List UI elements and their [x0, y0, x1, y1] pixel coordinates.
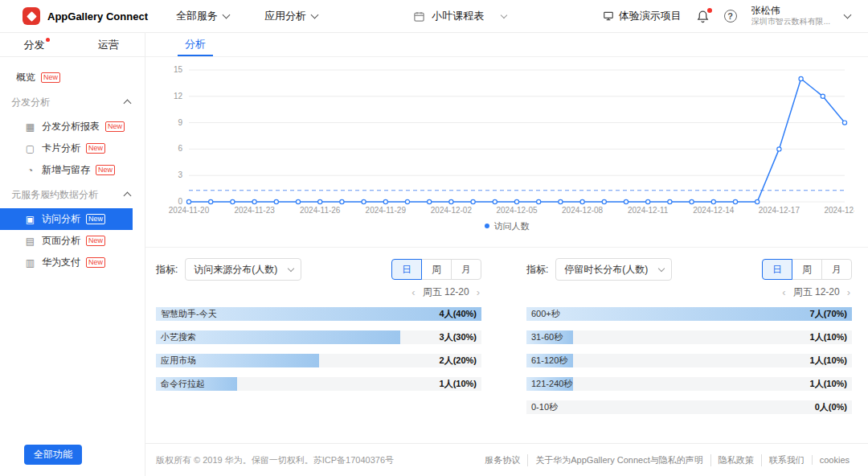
copyright-text: 版权所有 © 2019 华为。保留一切权利。苏ICP备17040376号 [156, 454, 394, 466]
bar-list: 智慧助手-今天4人(40%)小艺搜索3人(30%)应用市场2人(20%)命令行拉… [156, 307, 481, 391]
nav-app-analytics[interactable]: 应用分析 [264, 9, 317, 23]
period-month-button[interactable]: 月 [451, 259, 481, 280]
sidebar-item-label: 卡片分析 [42, 142, 80, 155]
legend-dot-icon [485, 224, 489, 228]
app-selector-value: 小叶课程表 [432, 9, 484, 23]
distribution-bar-row: 命令行拉起1人(10%) [156, 377, 481, 391]
bar-value: 1人(10%) [810, 377, 847, 391]
appgallery-logo[interactable]: AppGallery Connect [23, 7, 171, 25]
metric-select[interactable]: 访问来源分布(人数) [185, 258, 301, 281]
period-month-button[interactable]: 月 [821, 259, 852, 280]
app-selector[interactable]: 小叶课程表 [413, 9, 506, 23]
bar-label: 小艺搜索 [161, 330, 196, 344]
header-actions: 体验演示项目 ? 张松伟 深圳市智云数科有限... [603, 5, 850, 27]
footer-link[interactable]: 联系我们 [761, 454, 812, 466]
sidebar-item-new-and-retention[interactable]: ◔ 新增与留存 New [0, 159, 133, 181]
svg-text:2024-12-17: 2024-12-17 [759, 206, 800, 215]
distribution-bar-row: 31-60秒1人(10%) [526, 330, 852, 344]
svg-text:6: 6 [178, 144, 182, 153]
sidebar-item-card-analysis[interactable]: ▢ 卡片分析 New [0, 137, 133, 159]
sidebar-nav: 概览 New 分发分析 ▦ 分发分析报表 New ▢ 卡片分析 New ◔ 新增… [0, 57, 145, 445]
period-week-button[interactable]: 周 [421, 259, 452, 280]
distribution-bar-row: 小艺搜索3人(30%) [156, 330, 481, 344]
date-nav-label: 周五 12-20 [423, 285, 469, 299]
chart-legend[interactable]: 访问人数 [160, 218, 854, 234]
bar-label: 61-120秒 [531, 354, 567, 367]
monitor-icon: ▣ [24, 214, 36, 225]
footer: 版权所有 © 2019 华为。保留一切权利。苏ICP备17040376号 服务协… [145, 443, 868, 476]
sidebar-item-overview[interactable]: 概览 New [0, 67, 133, 88]
sidebar-item-label: 华为支付 [42, 256, 80, 269]
period-day-button[interactable]: 日 [391, 259, 422, 280]
distribution-bar-row: 61-120秒1人(10%) [526, 354, 852, 367]
all-features-button[interactable]: 全部功能 [24, 445, 82, 465]
card-icon: ▢ [24, 143, 36, 154]
period-week-button[interactable]: 周 [792, 259, 822, 280]
chevron-down-icon [288, 265, 294, 271]
nav-all-services[interactable]: 全部服务 [176, 9, 229, 23]
chevron-down-icon[interactable] [844, 10, 852, 18]
bar-list: 600+秒7人(70%)31-60秒1人(10%)61-120秒1人(10%)1… [526, 307, 852, 414]
footer-link[interactable]: 隐私政策 [710, 454, 761, 466]
metric-select-value: 访问来源分布(人数) [194, 263, 277, 277]
new-badge: New [86, 214, 105, 224]
user-organization: 深圳市智云数科有限... [751, 17, 830, 27]
footer-link[interactable]: 关于华为AppGallery Connect与隐私的声明 [527, 454, 710, 466]
svg-text:2024-12-02: 2024-12-02 [431, 206, 473, 215]
tab-distribution[interactable]: 分发 [0, 33, 72, 56]
next-date-arrow[interactable]: › [477, 287, 480, 298]
prev-date-arrow[interactable]: ‹ [411, 287, 415, 298]
visit-trend-section: 036912152024-11-202024-11-232024-11-2620… [145, 57, 868, 234]
demo-project-icon [603, 10, 614, 22]
user-menu[interactable]: 张松伟 深圳市智云数科有限... [751, 5, 830, 27]
distribution-bar-row: 0-10秒0人(0%) [526, 400, 852, 414]
metric-select[interactable]: 停留时长分布(人数) [555, 258, 672, 281]
new-badge: New [86, 236, 105, 246]
next-date-arrow[interactable]: › [847, 287, 850, 298]
brand-name: AppGallery Connect [47, 10, 148, 23]
svg-text:2024-12-14: 2024-12-14 [693, 206, 735, 215]
footer-link[interactable]: 服务协议 [477, 454, 527, 466]
period-toggle: 日 周 月 [762, 259, 852, 280]
svg-text:2024-12-05: 2024-12-05 [496, 206, 538, 215]
notification-bell-icon[interactable] [696, 10, 710, 23]
sidebar-section-atomic-service-data[interactable]: 元服务履约数据分析 [0, 181, 145, 208]
nav-app-analytics-label: 应用分析 [264, 9, 306, 23]
chevron-up-icon [124, 100, 132, 108]
period-day-button[interactable]: 日 [762, 259, 792, 280]
date-nav-label: 周五 12-20 [793, 285, 840, 299]
help-icon[interactable]: ? [724, 10, 737, 23]
svg-text:2024-12-08: 2024-12-08 [562, 206, 604, 215]
sidebar-item-label: 概览 [16, 71, 35, 84]
tab-operations-label: 运营 [98, 38, 119, 52]
page-icon: ▤ [24, 236, 36, 247]
sidebar-section-label: 分发分析 [11, 96, 50, 109]
svg-text:2024-12-11: 2024-12-11 [628, 206, 669, 215]
top-nav: 全部服务 应用分析 [176, 9, 317, 23]
chevron-up-icon [124, 192, 132, 200]
tab-operations[interactable]: 运营 [72, 33, 145, 56]
sidebar-section-label: 元服务履约数据分析 [11, 188, 98, 202]
tab-analysis[interactable]: 分析 [178, 33, 213, 56]
tab-distribution-label: 分发 [24, 38, 45, 52]
svg-text:2024-11-20: 2024-11-20 [169, 206, 210, 215]
bar-label: 600+秒 [531, 307, 560, 321]
bar-value: 1人(10%) [810, 330, 847, 344]
sidebar-item-distribution-report[interactable]: ▦ 分发分析报表 New [0, 116, 133, 137]
chevron-down-icon [501, 11, 507, 18]
sidebar-item-visit-analysis[interactable]: ▣ 访问分析 New [0, 208, 133, 230]
sidebar-item-page-analysis[interactable]: ▤ 页面分析 New [0, 230, 133, 252]
sidebar-tabs: 分发 运营 [0, 33, 145, 57]
demo-project-label: 体验演示项目 [619, 9, 682, 23]
sidebar-section-distribution-analysis[interactable]: 分发分析 [0, 88, 145, 116]
sidebar-item-label: 访问分析 [42, 212, 80, 226]
bar-value: 3人(30%) [440, 330, 477, 344]
chevron-down-icon [658, 265, 665, 271]
prev-date-arrow[interactable]: ‹ [782, 287, 785, 298]
distribution-bar-row: 智慧助手-今天4人(40%) [156, 307, 481, 321]
footer-link[interactable]: cookies [812, 455, 857, 465]
sidebar-item-huawei-pay[interactable]: ▥ 华为支付 New [0, 252, 133, 273]
bar-value: 1人(10%) [810, 354, 847, 367]
demo-project-button[interactable]: 体验演示项目 [603, 9, 682, 23]
bar-value: 2人(20%) [440, 354, 477, 367]
